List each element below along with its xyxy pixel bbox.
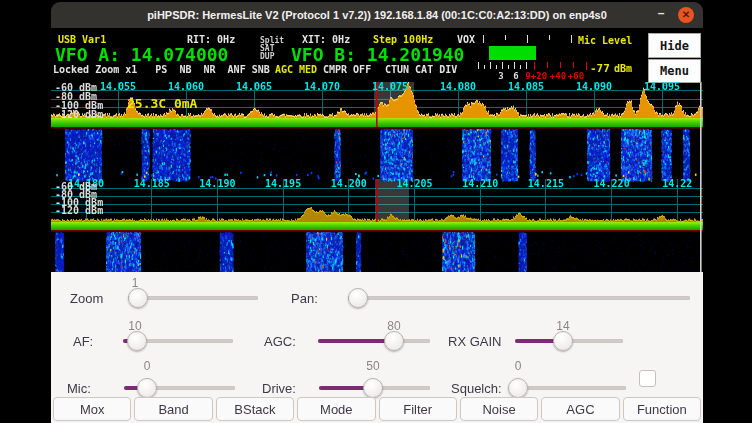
- hide-button[interactable]: Hide: [648, 33, 701, 58]
- drive-slider-thumb[interactable]: [363, 378, 383, 398]
- pan-slider[interactable]: [348, 296, 690, 300]
- s-meter-tick-red: [534, 62, 535, 70]
- bottom-button-row: MoxBandBStackModeFilterNoiseAGCFunction: [53, 397, 701, 421]
- bottom-button-agc[interactable]: AGC: [541, 397, 619, 421]
- squelch-enable-checkbox[interactable]: [639, 370, 656, 387]
- compressor-status: CMPR OFF: [323, 64, 371, 75]
- bottom-button-band[interactable]: Band: [134, 397, 212, 421]
- window-titlebar: piHPSDR: HermesLite V2 (Protocol 1 v7.2)…: [51, 2, 703, 28]
- s-meter-scale-number: +40: [550, 71, 566, 81]
- s-meter-tick: [526, 62, 527, 69]
- agc-status: AGC MED: [275, 64, 317, 75]
- squelch-slider[interactable]: [508, 386, 626, 390]
- frequency-label: 14.195: [265, 178, 301, 189]
- agc-slider-label: AGC:: [264, 334, 296, 349]
- menu-button[interactable]: Menu: [648, 59, 701, 83]
- s-meter-tick: [478, 62, 479, 69]
- mic-level-tick: [527, 35, 528, 43]
- frequency-label: 14.070: [304, 81, 340, 92]
- frequency-label: 14.095: [644, 81, 680, 92]
- s-meter-tick: [496, 65, 497, 69]
- dbm-scale-label: -120 dBm: [55, 109, 103, 120]
- status-indicators: Locked Zoom x1 PS NB NR ANF SNB: [53, 64, 270, 75]
- frequency-label: 14.075: [372, 81, 408, 92]
- minimize-button[interactable]: –: [653, 6, 669, 22]
- mic-level-tick: [571, 35, 572, 43]
- drive-slider[interactable]: [319, 386, 430, 390]
- s-meter-tick-red: [560, 62, 561, 68]
- agc-slider[interactable]: [318, 339, 430, 343]
- frequency-label: 14.085: [508, 81, 544, 92]
- rx-gain-slider-thumb[interactable]: [553, 331, 573, 351]
- mic-slider[interactable]: [124, 386, 235, 390]
- s-meter-tick-red: [547, 62, 548, 68]
- vfo-b-display[interactable]: VFO B: 14.201940: [291, 44, 464, 65]
- app-window: piHPSDR: HermesLite V2 (Protocol 1 v7.2)…: [51, 2, 703, 423]
- vfo-a-display[interactable]: VFO A: 14.074000: [55, 44, 228, 65]
- frequency-label: 14.190: [199, 178, 235, 189]
- af-slider-label: AF:: [73, 334, 93, 349]
- s-meter-scale-number: +60: [568, 71, 584, 81]
- mic-level-tick: [505, 35, 506, 40]
- drive-slider-value: 50: [366, 359, 379, 373]
- agc-slider-fill: [318, 339, 394, 343]
- s-meter-bar: [489, 46, 536, 60]
- rx-gain-slider[interactable]: [515, 339, 623, 343]
- bottom-button-mox[interactable]: Mox: [53, 397, 131, 421]
- frequency-label: 14.185: [134, 178, 170, 189]
- s-meter-tick-red: [586, 62, 587, 70]
- s-meter-scale-number: 3: [498, 71, 503, 81]
- bottom-button-filter[interactable]: Filter: [379, 397, 457, 421]
- frequency-label: 14.215: [528, 178, 564, 189]
- ctun-cat-div-status: CTUN CAT DIV: [385, 64, 457, 75]
- s-meter-scale-number: +20: [531, 71, 547, 81]
- zoom-slider-label: Zoom: [70, 291, 103, 306]
- s-meter-tick: [484, 65, 485, 69]
- drive-slider-label: Drive:: [262, 381, 296, 396]
- frequency-label: 14.090: [576, 81, 612, 92]
- agc-slider-thumb[interactable]: [384, 331, 404, 351]
- rx-gain-slider-label: RX GAIN: [448, 334, 501, 349]
- dup-indicator[interactable]: DUP: [260, 52, 274, 61]
- s-meter-tick: [520, 65, 521, 69]
- frequency-label: 14.210: [462, 178, 498, 189]
- s-meter-reading: -77: [590, 62, 610, 75]
- bottom-button-function[interactable]: Function: [623, 397, 701, 421]
- close-button[interactable]: ✕: [678, 7, 694, 23]
- frequency-label: 14.220: [594, 178, 630, 189]
- frequency-label: 14.065: [236, 81, 272, 92]
- af-slider[interactable]: [123, 339, 233, 343]
- bottom-button-mode[interactable]: Mode: [297, 397, 375, 421]
- s-meter-tick: [490, 62, 491, 69]
- frequency-label: 14.060: [168, 81, 204, 92]
- frequency-label: 14.055: [100, 81, 136, 92]
- bottom-button-noise[interactable]: Noise: [460, 397, 538, 421]
- frequency-label: 14.22: [662, 178, 692, 189]
- radio-display: USB Var1 RIT: 0Hz Split SAT DUP XIT: 0Hz…: [51, 28, 703, 272]
- control-panel: Zoom 1 Pan: AF: 10 AGC: 80 RX GAIN 14: [51, 272, 703, 423]
- panadapter2-waterfall-region[interactable]: [51, 231, 703, 272]
- mic-slider-label: Mic:: [67, 381, 91, 396]
- dbm-scale-label: -120 dBm: [55, 205, 103, 216]
- frequency-label: 14.080: [440, 81, 476, 92]
- pan-slider-label: Pan:: [291, 291, 318, 306]
- temperature-current-readout: 25.3C 0mA: [127, 96, 197, 111]
- squelch-slider-label: Squelch:: [451, 381, 502, 396]
- window-title: piHPSDR: HermesLite V2 (Protocol 1 v7.2)…: [51, 9, 703, 21]
- s-meter-tick: [502, 62, 503, 69]
- panadapter1-waterfall-region[interactable]: [51, 129, 703, 179]
- squelch-slider-thumb[interactable]: [508, 378, 528, 398]
- zoom-slider-thumb[interactable]: [128, 288, 148, 308]
- s-meter-tick: [514, 62, 515, 69]
- mic-level-label: Mic Level: [578, 35, 632, 46]
- s-meter-tick: [508, 65, 509, 69]
- bottom-button-bstack[interactable]: BStack: [216, 397, 294, 421]
- zoom-slider[interactable]: [128, 296, 258, 300]
- pan-slider-thumb[interactable]: [348, 288, 368, 308]
- s-meter-scale-number: 6: [513, 71, 518, 81]
- squelch-slider-value: 0: [515, 359, 522, 373]
- af-slider-thumb[interactable]: [127, 331, 147, 351]
- frequency-label: 14.200: [331, 178, 367, 189]
- mic-slider-thumb[interactable]: [137, 378, 157, 398]
- mic-level-tick: [549, 35, 550, 40]
